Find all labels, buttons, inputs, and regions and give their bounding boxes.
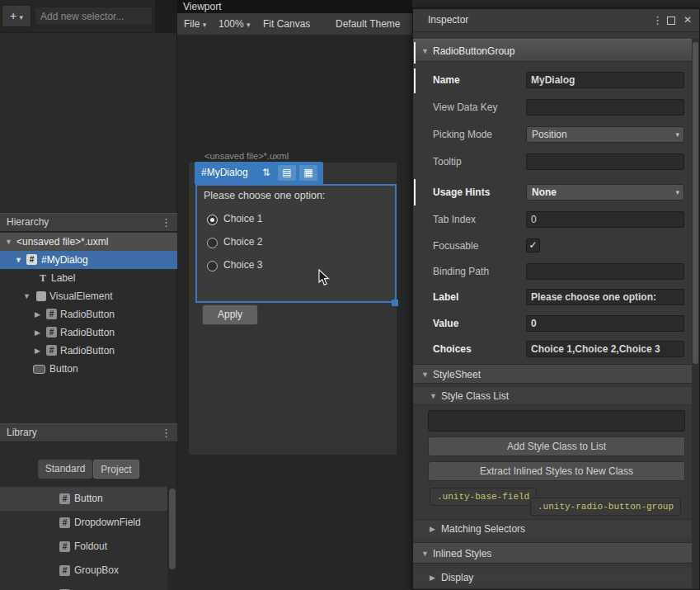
library-scrollbar-thumb[interactable]	[169, 489, 176, 569]
close-icon[interactable]: ✕	[684, 14, 692, 26]
file-menu-button[interactable]: File ▾	[179, 16, 211, 33]
binding-path-field[interactable]	[526, 263, 684, 280]
view-data-key-field[interactable]	[526, 99, 684, 116]
library-item-groupbox[interactable]: # GroupBox	[0, 559, 167, 583]
tree-item-button[interactable]: Button	[0, 360, 177, 378]
dropdown-arrow-icon: ▾	[20, 13, 24, 21]
value-field[interactable]	[526, 315, 684, 332]
picking-mode-dropdown[interactable]: Position ▾	[526, 126, 684, 143]
tree-item-label: <unsaved file>*.uxml	[16, 233, 108, 251]
field-label: Choices	[433, 341, 472, 357]
add-selector-input[interactable]	[35, 7, 153, 26]
label-field[interactable]	[526, 289, 684, 305]
radio-selected-icon[interactable]	[207, 215, 218, 225]
arrows-icon[interactable]: ⇅	[259, 165, 274, 181]
tree-item-radiobutton-1[interactable]: ▶ # RadioButton	[0, 305, 177, 323]
style-class-pill[interactable]: .unity-radio-button-group	[530, 498, 681, 516]
foldout-open-icon[interactable]: ▼	[23, 287, 31, 305]
field-row-choices: Choices	[413, 341, 699, 362]
display-title: Display	[441, 569, 473, 587]
library-item-label: HelpBox	[74, 583, 111, 590]
fit-canvas-button[interactable]: Fit Canvas	[258, 16, 315, 33]
panel-grid-icon[interactable]: ▤	[278, 165, 296, 181]
style-class-list-foldout[interactable]: ▼ Style Class List	[413, 387, 699, 405]
selection-resize-handle[interactable]	[392, 300, 398, 306]
zoom-label: 100%	[218, 18, 244, 30]
name-field[interactable]	[526, 72, 684, 88]
foldout-closed-icon[interactable]: ▶	[35, 323, 40, 342]
foldout-open-icon: ▼	[430, 387, 437, 405]
foldout-closed-icon[interactable]: ▶	[35, 305, 40, 323]
foldout-open-icon: ▼	[421, 40, 429, 63]
tooltip-field[interactable]	[526, 153, 684, 170]
tree-item-label-element[interactable]: T Label	[0, 269, 177, 287]
radio-option-2[interactable]: Choice 2	[197, 235, 395, 253]
tree-item-radiobutton-3[interactable]: ▶ # RadioButton	[0, 342, 177, 360]
extract-inlined-styles-button[interactable]: Extract Inlined Styles to New Class	[428, 461, 685, 481]
override-bar	[414, 42, 416, 64]
tree-item-visualelement[interactable]: ▼ VisualElement	[0, 287, 177, 305]
style-class-input[interactable]	[428, 410, 685, 432]
selection-header-tab[interactable]: #MyDialog ⇅ ▤ ▦	[195, 162, 323, 184]
uxml-element-icon: #	[46, 327, 57, 337]
component-foldout[interactable]: ▼ RadioButtonGroup	[413, 39, 699, 62]
tree-item-radiobutton-2[interactable]: ▶ # RadioButton	[0, 323, 177, 342]
radiobuttongroup-element[interactable]: Please choose one option: Choice 1 Choic…	[195, 184, 397, 303]
zoom-dropdown[interactable]: 100% ▾	[214, 16, 256, 33]
file-menu-label: File	[184, 18, 200, 30]
radio-option-3[interactable]: Choice 3	[197, 258, 395, 276]
library-item-helpbox[interactable]: # HelpBox	[0, 583, 167, 590]
inspector-scrollbar-thumb[interactable]	[693, 42, 698, 364]
add-selector-menu-button[interactable]: + ▾	[2, 5, 31, 27]
field-label: Picking Mode	[433, 126, 492, 143]
fit-canvas-label: Fit Canvas	[263, 18, 310, 30]
stylesheet-foldout[interactable]: ▼ StyleSheet	[413, 364, 699, 384]
field-label: Binding Path	[433, 263, 489, 280]
field-row-label: Label	[413, 289, 699, 310]
library-item-dropdownfield[interactable]: # DropdownField	[0, 511, 167, 535]
maximize-icon[interactable]	[667, 17, 675, 25]
style-class-pill[interactable]: .unity-base-field	[430, 488, 537, 506]
add-style-class-button[interactable]: Add Style Class to List	[428, 437, 685, 456]
dropdown-arrow-icon: ▾	[675, 127, 679, 142]
apply-button[interactable]: Apply	[202, 304, 258, 325]
library-menu-icon[interactable]: ⋮	[161, 424, 171, 441]
tree-item-uxml-root[interactable]: ▼ <unsaved file>*.uxml	[0, 233, 177, 251]
dropdown-arrow-icon: ▾	[675, 185, 679, 200]
inlined-styles-foldout[interactable]: ▼ Inlined Styles	[413, 542, 699, 564]
foldout-open-icon[interactable]: ▼	[15, 251, 22, 269]
library-scrollbar[interactable]	[167, 487, 177, 590]
left-panel: + ▾ Hierarchy ⋮ ▼ <unsaved file>*.uxml ▼…	[0, 0, 177, 590]
library-tab-project[interactable]: Project	[93, 460, 139, 479]
viewport-tab[interactable]: Viewport	[183, 1, 221, 12]
library-item-foldout[interactable]: # Foldout	[0, 535, 167, 559]
field-row-view-data-key: View Data Key	[413, 99, 699, 120]
panel-rows-icon[interactable]: ▦	[299, 165, 317, 181]
field-label: Focusable	[433, 238, 478, 254]
radio-icon[interactable]	[207, 261, 218, 271]
theme-dropdown[interactable]: Default Theme	[331, 16, 406, 33]
tab-index-field[interactable]	[526, 211, 684, 228]
tree-item-label: RadioButton	[60, 342, 115, 360]
radio-option-1[interactable]: Choice 1	[197, 212, 395, 230]
theme-label: Default Theme	[336, 18, 401, 30]
radio-icon[interactable]	[207, 238, 218, 248]
choices-field[interactable]	[526, 341, 684, 357]
display-foldout[interactable]: ▶ Display	[413, 569, 699, 587]
usage-hints-dropdown[interactable]: None ▾	[526, 184, 684, 201]
foldout-closed-icon[interactable]: ▶	[35, 342, 40, 360]
inspector-menu-icon[interactable]: ⋮	[652, 14, 663, 26]
tree-item-label: Button	[49, 360, 78, 378]
library-item-button[interactable]: # Button	[0, 487, 167, 511]
library-tab-standard[interactable]: Standard	[38, 460, 92, 479]
foldout-open-icon[interactable]: ▼	[5, 233, 12, 251]
field-row-binding-path: Binding Path	[413, 263, 699, 285]
matching-selectors-foldout[interactable]: ▶ Matching Selectors	[413, 519, 699, 537]
viewport-tab-strip: Viewport	[177, 0, 412, 13]
dropdown-arrow-icon: ▾	[203, 21, 207, 29]
focusable-checkbox[interactable]: ✓	[526, 238, 540, 253]
stylesheets-toolbar: + ▾	[0, 0, 177, 33]
tree-item-mydialog[interactable]: ▼ # #MyDialog	[0, 251, 177, 269]
hierarchy-menu-icon[interactable]: ⋮	[161, 214, 171, 231]
inspector-scrollbar[interactable]	[692, 39, 699, 589]
